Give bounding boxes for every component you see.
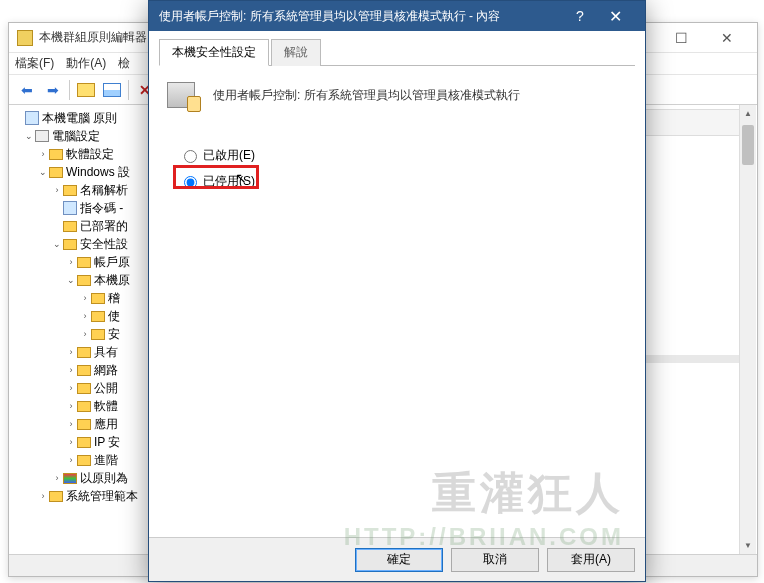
tree-pane[interactable]: 本機電腦 原則 ⌄電腦設定 ›軟體設定 ⌄Windows 設 ›名稱解析 指令碼…	[9, 105, 157, 576]
policy-icon	[167, 78, 201, 112]
radio-enabled-input[interactable]	[184, 150, 197, 163]
tree-deployed-printers[interactable]: 已部署的	[9, 217, 156, 235]
tree-software-settings[interactable]: ›軟體設定	[9, 145, 156, 163]
tree-root[interactable]: 本機電腦 原則	[9, 109, 156, 127]
tree-system-services[interactable]: ›公開	[9, 379, 156, 397]
menu-view[interactable]: 檢	[118, 55, 130, 72]
tree-security-settings[interactable]: ⌄安全性設	[9, 235, 156, 253]
tree-restricted-groups[interactable]: ›網路	[9, 361, 156, 379]
menu-file[interactable]: 檔案(F)	[15, 55, 54, 72]
tree-policy-based-qos[interactable]: ›以原則為	[9, 469, 156, 487]
maximize-button[interactable]: ☐	[659, 24, 704, 52]
tree-security-options[interactable]: ›安	[9, 325, 156, 343]
menu-action[interactable]: 動作(A)	[66, 55, 106, 72]
tree-registry[interactable]: ›軟體	[9, 397, 156, 415]
tree-local-policy[interactable]: ⌄本機原	[9, 271, 156, 289]
policy-name: 使用者帳戶控制: 所有系統管理員均以管理員核准模式執行	[213, 87, 520, 104]
tab-explain[interactable]: 解說	[271, 39, 321, 66]
tab-security-setting[interactable]: 本機安全性設定	[159, 39, 269, 66]
radio-disabled[interactable]: 已停用(S) ↖	[179, 168, 627, 194]
dialog-close-button[interactable]: ✕	[595, 7, 635, 26]
dialog-button-bar: 確定 取消 套用(A)	[149, 537, 645, 581]
radio-enabled[interactable]: 已啟用(E)	[179, 142, 627, 168]
tree-admin-templates[interactable]: ›系統管理範本	[9, 487, 156, 505]
tree-windows-settings[interactable]: ⌄Windows 設	[9, 163, 156, 181]
dialog-titlebar[interactable]: 使用者帳戶控制: 所有系統管理員均以管理員核准模式執行 - 內容 ? ✕	[149, 1, 645, 31]
tree-name-resolution[interactable]: ›名稱解析	[9, 181, 156, 199]
tree-scripts[interactable]: 指令碼 -	[9, 199, 156, 217]
tree-account-policy[interactable]: ›帳戶原	[9, 253, 156, 271]
tree-user-rights[interactable]: ›使	[9, 307, 156, 325]
scrollbar-thumb[interactable]	[742, 125, 754, 165]
close-button[interactable]: ✕	[704, 24, 749, 52]
dialog-title: 使用者帳戶控制: 所有系統管理員均以管理員核准模式執行 - 內容	[159, 8, 565, 25]
nav-forward-icon[interactable]	[41, 78, 65, 102]
properties-dialog: 使用者帳戶控制: 所有系統管理員均以管理員核准模式執行 - 內容 ? ✕ 本機安…	[148, 0, 646, 582]
gpedit-app-icon	[17, 30, 33, 46]
tree-event-log[interactable]: ›具有	[9, 343, 156, 361]
properties-icon[interactable]	[100, 78, 124, 102]
dialog-help-button[interactable]: ?	[565, 8, 595, 24]
nav-back-icon[interactable]	[15, 78, 39, 102]
radio-disabled-input[interactable]	[184, 176, 197, 189]
tree-advanced-audit[interactable]: ›進階	[9, 451, 156, 469]
tree-ipsec[interactable]: ›IP 安	[9, 433, 156, 451]
tree-computer-config[interactable]: ⌄電腦設定	[9, 127, 156, 145]
radio-disabled-label: 已停用(S)	[203, 173, 255, 190]
tree-file-system[interactable]: ›應用	[9, 415, 156, 433]
radio-group: 已啟用(E) 已停用(S) ↖	[179, 142, 627, 194]
up-level-icon[interactable]	[74, 78, 98, 102]
tree-audit-policy[interactable]: ›稽	[9, 289, 156, 307]
ok-button[interactable]: 確定	[355, 548, 443, 572]
apply-button[interactable]: 套用(A)	[547, 548, 635, 572]
dialog-tabs: 本機安全性設定 解說	[159, 39, 635, 66]
cancel-button[interactable]: 取消	[451, 548, 539, 572]
vertical-scrollbar[interactable]: ▲ ▼	[739, 105, 756, 554]
radio-enabled-label: 已啟用(E)	[203, 147, 255, 164]
